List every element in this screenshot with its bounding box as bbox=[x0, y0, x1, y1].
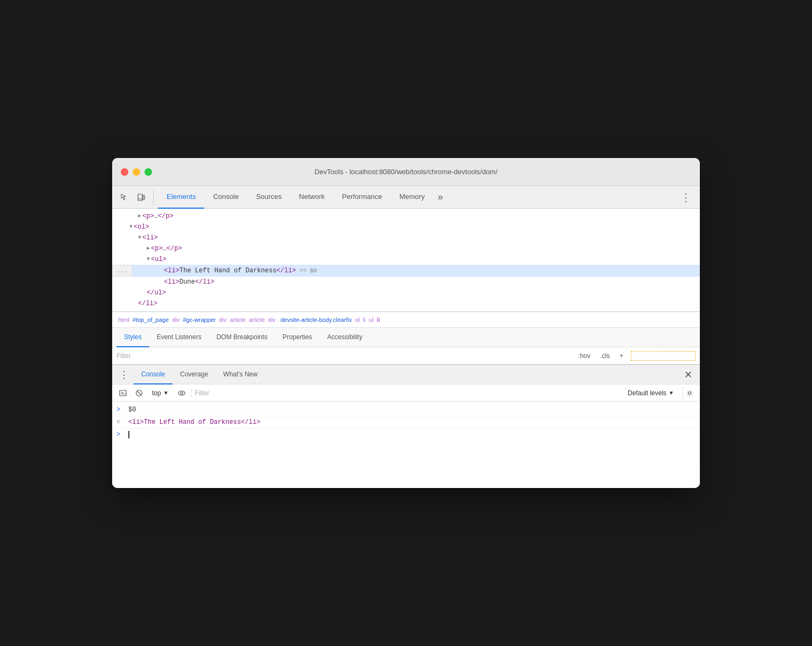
console-input-line[interactable]: > bbox=[112, 429, 700, 441]
title-bar: DevTools - localhost:8080/web/tools/chro… bbox=[112, 158, 700, 186]
sub-tab-styles[interactable]: Styles bbox=[116, 328, 149, 347]
svg-point-9 bbox=[688, 391, 691, 394]
close-button[interactable] bbox=[121, 168, 128, 176]
tab-network[interactable]: Network bbox=[291, 186, 334, 209]
console-output: > $0 < <li>The Left Hand of Darkness</li… bbox=[112, 402, 700, 488]
console-cursor bbox=[128, 431, 129, 438]
hov-button[interactable]: :hov bbox=[575, 351, 594, 361]
dom-line[interactable]: ▼ <ol> bbox=[112, 222, 700, 232]
crumb-top-of-page[interactable]: #top_of_page bbox=[131, 317, 170, 323]
console-output-value: <li>The Left Hand of Darkness</li> bbox=[128, 417, 260, 427]
dom-line[interactable]: ▶ <p> … </p> bbox=[112, 211, 700, 222]
eye-icon[interactable] bbox=[175, 387, 188, 400]
drawer-menu-button[interactable]: ⋮ bbox=[116, 367, 132, 382]
drawer-tab-whats-new[interactable]: What's New bbox=[216, 365, 265, 384]
console-toolbar: top ▼ Default levels ▼ bbox=[112, 384, 700, 402]
tab-elements[interactable]: Elements bbox=[158, 186, 204, 209]
sub-tab-properties[interactable]: Properties bbox=[275, 328, 320, 347]
console-entry-output: < <li>The Left Hand of Darkness</li> bbox=[112, 416, 700, 429]
console-input-prompt: > bbox=[116, 430, 124, 439]
console-entry-input: > $0 bbox=[112, 404, 700, 416]
sub-tab-dom-breakpoints[interactable]: DOM Breakpoints bbox=[209, 328, 275, 347]
crumb-article2[interactable]: article bbox=[247, 317, 266, 323]
breadcrumb: html #top_of_page div #gc-wrapper div ar… bbox=[112, 312, 700, 328]
crumb-article1[interactable]: article bbox=[228, 317, 247, 323]
svg-line-6 bbox=[137, 391, 141, 395]
dots-label: ... bbox=[112, 265, 132, 277]
svg-point-7 bbox=[178, 391, 185, 395]
drawer-tab-console[interactable]: Console bbox=[134, 365, 173, 384]
sub-tab-event-listeners[interactable]: Event Listeners bbox=[149, 328, 209, 347]
console-expression: $0 bbox=[128, 405, 136, 415]
devtools-window: DevTools - localhost:8080/web/tools/chro… bbox=[112, 158, 700, 488]
log-levels-selector[interactable]: Default levels ▼ bbox=[624, 388, 677, 398]
drawer-close-button[interactable]: ✕ bbox=[680, 367, 696, 382]
svg-rect-1 bbox=[143, 195, 144, 200]
crumb-li1[interactable]: li bbox=[361, 317, 367, 323]
svg-point-8 bbox=[181, 392, 183, 394]
toolbar-icons bbox=[116, 190, 154, 205]
settings-icon[interactable] bbox=[683, 387, 696, 400]
expand-icon[interactable]: ▶ bbox=[138, 211, 141, 221]
drawer-tab-coverage[interactable]: Coverage bbox=[173, 365, 216, 384]
filter-actions: :hov .cls + bbox=[575, 351, 627, 361]
clear-console-icon[interactable] bbox=[133, 387, 146, 400]
traffic-lights bbox=[121, 168, 152, 176]
main-tabs-bar: Elements Console Sources Network Perform… bbox=[112, 186, 700, 209]
add-style-button[interactable]: + bbox=[616, 351, 627, 361]
styles-filter-input[interactable] bbox=[116, 352, 575, 360]
window-title: DevTools - localhost:8080/web/tools/chro… bbox=[314, 168, 498, 176]
minimize-button[interactable] bbox=[133, 168, 140, 176]
dom-panel: ▶ <p> … </p> ▼ <ol> ▼ <li> ▶ <p> … </p> bbox=[112, 209, 700, 312]
crumb-html[interactable]: html bbox=[116, 317, 131, 323]
dom-line[interactable]: </ul> bbox=[112, 287, 700, 298]
sub-tab-accessibility[interactable]: Accessibility bbox=[320, 328, 370, 347]
dom-line[interactable]: ▼ <li> bbox=[112, 232, 700, 243]
console-filter-input[interactable] bbox=[191, 389, 621, 397]
color-preview-box bbox=[631, 351, 696, 361]
input-prompt: > bbox=[116, 405, 124, 415]
tab-memory[interactable]: Memory bbox=[391, 186, 433, 209]
device-icon[interactable] bbox=[134, 190, 149, 205]
crumb-div3[interactable]: div bbox=[266, 317, 277, 323]
collapse-icon[interactable]: ▼ bbox=[138, 233, 141, 243]
tab-performance[interactable]: Performance bbox=[333, 186, 390, 209]
execute-script-icon[interactable] bbox=[116, 387, 129, 400]
crumb-li2[interactable]: li bbox=[375, 317, 382, 323]
drawer-tabs-bar: ⋮ Console Coverage What's New ✕ bbox=[112, 365, 700, 384]
devtools-menu-button[interactable]: ⋮ bbox=[676, 186, 696, 209]
dom-line[interactable]: </li> bbox=[112, 298, 700, 309]
maximize-button[interactable] bbox=[144, 168, 152, 176]
selected-line-row: ... <li> The Left Hand of Darkness </li>… bbox=[112, 265, 700, 277]
context-selector[interactable]: top ▼ bbox=[149, 388, 172, 398]
selected-dom-line[interactable]: <li> The Left Hand of Darkness </li> == … bbox=[132, 265, 700, 277]
crumb-devsite-class[interactable]: devsite-article-body.clearfix bbox=[279, 317, 353, 323]
crumb-div1[interactable]: div bbox=[170, 317, 181, 323]
crumb-div2[interactable]: div bbox=[217, 317, 228, 323]
crumb-ul[interactable]: ul bbox=[367, 317, 375, 323]
output-prompt: < bbox=[116, 417, 124, 427]
inspect-icon[interactable] bbox=[116, 190, 132, 205]
crumb-gc-wrapper[interactable]: #gc-wrapper bbox=[181, 317, 217, 323]
collapse-icon[interactable]: ▼ bbox=[147, 255, 150, 264]
cls-button[interactable]: .cls bbox=[597, 351, 613, 361]
dom-line[interactable]: <li> Dune </li> bbox=[112, 277, 700, 287]
dom-line[interactable]: ▶ <p> … </p> bbox=[112, 243, 700, 254]
tab-sources[interactable]: Sources bbox=[247, 186, 291, 209]
tab-console[interactable]: Console bbox=[204, 186, 247, 209]
sub-tabs-bar: Styles Event Listeners DOM Breakpoints P… bbox=[112, 328, 700, 347]
filter-bar: :hov .cls + bbox=[112, 347, 700, 365]
crumb-ol[interactable]: ol bbox=[354, 317, 362, 323]
collapse-icon[interactable]: ▼ bbox=[129, 222, 133, 232]
more-tabs-button[interactable]: » bbox=[433, 186, 448, 209]
svg-rect-0 bbox=[138, 194, 142, 201]
console-drawer: ⋮ Console Coverage What's New ✕ bbox=[112, 365, 700, 488]
expand-icon[interactable]: ▶ bbox=[147, 244, 150, 253]
dom-line[interactable]: ▼ <ul> bbox=[112, 254, 700, 265]
